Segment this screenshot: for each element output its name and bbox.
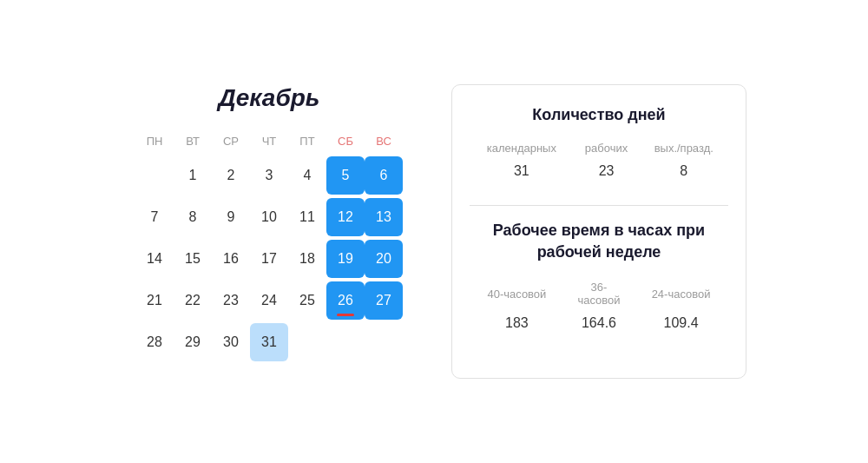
day-25[interactable]: 25 [288, 281, 326, 320]
day-21[interactable]: 21 [135, 281, 174, 320]
main-container: Декабрь ПНВТСРЧТПТСБВС123456789101112131… [95, 58, 773, 405]
day-10[interactable]: 10 [250, 198, 288, 236]
day-30[interactable]: 30 [212, 323, 250, 361]
day-31[interactable]: 31 [250, 323, 288, 361]
day-24[interactable]: 24 [250, 281, 288, 320]
hours-table: 40-часовой 36-часовой 24-часовой 183 164… [470, 277, 728, 336]
hours-value-0: 183 [470, 310, 564, 336]
days-table: календарных рабочих вых./празд. 31 23 8 [470, 138, 728, 184]
hours-header-0: 40-часовой [470, 277, 564, 310]
day-7[interactable]: 7 [135, 198, 174, 236]
days-header-2: вых./празд. [639, 138, 728, 158]
calendar-title: Декабрь [122, 84, 417, 112]
day-29[interactable]: 29 [174, 323, 212, 361]
day-6[interactable]: 6 [365, 156, 403, 195]
days-header-0: календарных [470, 138, 574, 158]
day-26[interactable]: 26 [326, 281, 365, 320]
day-28[interactable]: 28 [135, 323, 174, 361]
day-header-ВТ: ВТ [174, 129, 212, 153]
day-14[interactable]: 14 [135, 240, 174, 278]
days-value-0: 31 [470, 158, 574, 184]
day-17[interactable]: 17 [250, 240, 288, 278]
day-header-СР: СР [212, 129, 250, 153]
hours-header-2: 24-часовой [634, 277, 728, 310]
day-22[interactable]: 22 [174, 281, 212, 320]
day-header-ПН: ПН [135, 129, 174, 153]
day-15[interactable]: 15 [174, 240, 212, 278]
day-13[interactable]: 13 [365, 198, 403, 236]
hours-section-title: Рабочее время в часах при рабочей неделе [470, 220, 728, 263]
day-8[interactable]: 8 [174, 198, 212, 236]
day-12[interactable]: 12 [326, 198, 365, 236]
day-20[interactable]: 20 [365, 240, 403, 278]
day-2[interactable]: 2 [212, 156, 250, 195]
days-value-2: 8 [639, 158, 728, 184]
hours-header-1: 36-часовой [564, 277, 634, 310]
day-19[interactable]: 19 [326, 240, 365, 278]
day-1[interactable]: 1 [174, 156, 212, 195]
calendar-grid: ПНВТСРЧТПТСБВС12345678910111213141516171… [122, 129, 417, 361]
day-header-ЧТ: ЧТ [250, 129, 288, 153]
day-3[interactable]: 3 [250, 156, 288, 195]
day-9[interactable]: 9 [212, 198, 250, 236]
day-23[interactable]: 23 [212, 281, 250, 320]
day-header-ВС: ВС [365, 129, 403, 153]
day-header-ПТ: ПТ [288, 129, 326, 153]
day-4[interactable]: 4 [288, 156, 326, 195]
days-value-1: 23 [574, 158, 640, 184]
divider [470, 205, 728, 206]
days-header-1: рабочих [574, 138, 640, 158]
day-18[interactable]: 18 [288, 240, 326, 278]
days-section-title: Количество дней [470, 106, 728, 124]
day-16[interactable]: 16 [212, 240, 250, 278]
day-5[interactable]: 5 [326, 156, 365, 195]
info-panel: Количество дней календарных рабочих вых.… [451, 84, 746, 379]
hours-value-2: 109.4 [634, 310, 728, 336]
hours-value-1: 164.6 [564, 310, 634, 336]
day-11[interactable]: 11 [288, 198, 326, 236]
day-header-СБ: СБ [326, 129, 365, 153]
day-27[interactable]: 27 [365, 281, 403, 320]
calendar: Декабрь ПНВТСРЧТПТСБВС123456789101112131… [122, 84, 417, 361]
